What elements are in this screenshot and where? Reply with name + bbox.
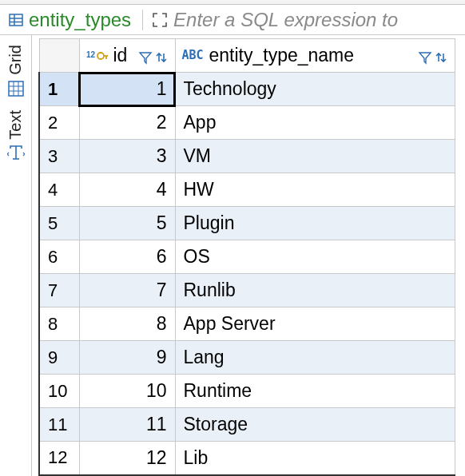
sql-expression-input[interactable]: Enter a SQL expression to: [173, 9, 398, 31]
cell-entity-type-name[interactable]: Plugin: [175, 207, 455, 240]
column-name: id: [113, 45, 133, 66]
cell-id[interactable]: 8: [79, 307, 175, 341]
view-tab-label: Text: [6, 110, 25, 140]
row-number[interactable]: 1: [39, 73, 79, 106]
svg-text:12: 12: [86, 50, 96, 59]
svg-rect-4: [9, 81, 23, 96]
view-tab-text[interactable]: Text: [0, 104, 31, 169]
cell-id[interactable]: 3: [79, 140, 175, 173]
expand-icon[interactable]: [151, 11, 169, 29]
cell-entity-type-name[interactable]: App: [175, 106, 455, 140]
filter-icon[interactable]: [138, 49, 153, 63]
cell-entity-type-name[interactable]: Lib: [175, 442, 455, 475]
row-number[interactable]: 7: [39, 274, 79, 307]
row-number[interactable]: 6: [39, 240, 79, 274]
svg-rect-0: [10, 14, 22, 26]
filter-icon[interactable]: [418, 49, 432, 63]
row-number[interactable]: 9: [39, 341, 79, 375]
cell-entity-type-name[interactable]: VM: [175, 140, 455, 173]
cell-entity-type-name[interactable]: Storage: [175, 408, 455, 442]
cell-entity-type-name[interactable]: OS: [175, 240, 455, 274]
key-int-icon: 12: [86, 48, 109, 64]
cell-id[interactable]: 4: [79, 173, 175, 207]
cell-id[interactable]: 2: [79, 106, 175, 140]
cell-id[interactable]: 1: [79, 73, 175, 106]
column-header-entity-type-name[interactable]: ABC entity_type_name: [175, 39, 455, 73]
cell-entity-type-name[interactable]: Runlib: [175, 274, 455, 307]
cell-id[interactable]: 9: [79, 341, 175, 375]
column-name: entity_type_name: [209, 45, 413, 66]
cell-entity-type-name[interactable]: App Server: [175, 307, 455, 341]
row-number[interactable]: 3: [39, 140, 79, 173]
column-header-id[interactable]: 12 id: [79, 39, 175, 73]
view-tab-label: Grid: [6, 45, 25, 75]
grid-icon: [7, 80, 25, 97]
cell-id[interactable]: 10: [79, 375, 175, 408]
cell-id[interactable]: 12: [79, 442, 175, 475]
row-number[interactable]: 2: [39, 106, 79, 140]
corner-cell[interactable]: [39, 39, 79, 73]
cell-id[interactable]: 6: [79, 240, 175, 274]
data-grid: 12 id ABC entity_type_name: [32, 35, 465, 476]
row-number[interactable]: 8: [39, 307, 79, 341]
cell-entity-type-name[interactable]: Lang: [175, 341, 455, 375]
svg-point-12: [97, 53, 104, 59]
row-number[interactable]: 4: [39, 173, 79, 207]
cell-id[interactable]: 7: [79, 274, 175, 307]
cell-id[interactable]: 5: [79, 207, 175, 240]
table-icon: [8, 12, 24, 28]
cell-entity-type-name[interactable]: Technology: [175, 73, 455, 106]
cell-entity-type-name[interactable]: HW: [175, 173, 455, 207]
row-number[interactable]: 11: [39, 408, 79, 442]
sort-icon[interactable]: [434, 49, 448, 63]
text-icon: [7, 144, 25, 161]
tab-bar: entity_types Enter a SQL expression to: [0, 5, 465, 35]
string-icon: ABC: [182, 48, 205, 64]
view-sidebar: Grid Text: [0, 35, 32, 476]
divider: [142, 10, 143, 30]
row-number[interactable]: 10: [39, 375, 79, 408]
table-name[interactable]: entity_types: [29, 9, 134, 31]
cell-entity-type-name[interactable]: Runtime: [175, 375, 455, 408]
view-tab-grid[interactable]: Grid: [0, 38, 31, 104]
cell-id[interactable]: 11: [79, 408, 175, 442]
row-number[interactable]: 12: [39, 442, 79, 475]
sort-icon[interactable]: [154, 49, 169, 63]
row-number[interactable]: 5: [39, 207, 79, 240]
